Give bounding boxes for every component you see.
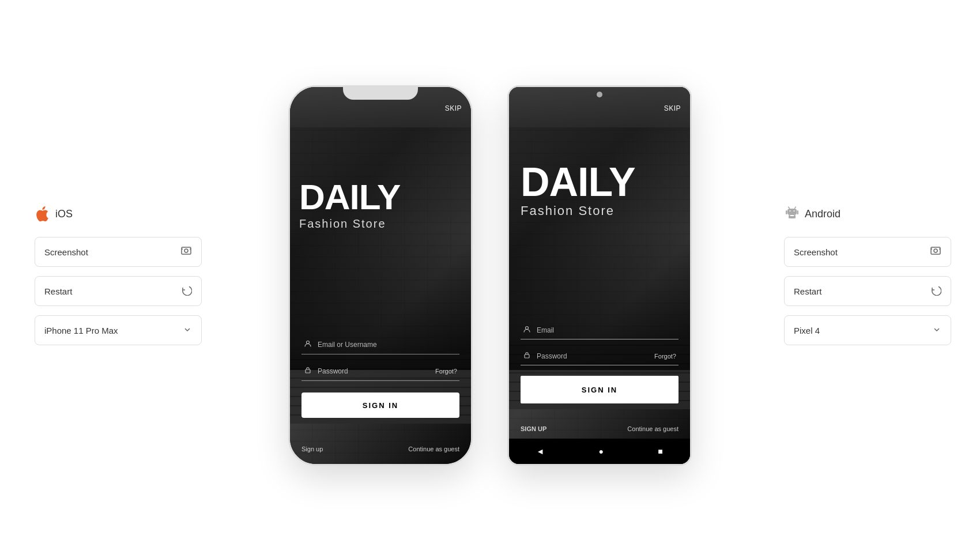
- android-back-button[interactable]: ◄: [536, 447, 544, 456]
- android-phone-mockup: SKIP DAILY Fashion Store Email: [507, 85, 692, 466]
- ios-device-label: iPhone 11 Pro Max: [44, 326, 118, 335]
- android-device-select[interactable]: Pixel 4: [784, 315, 951, 345]
- ios-platform-label: iOS: [35, 206, 73, 222]
- android-forgot-link[interactable]: Forgot?: [654, 353, 676, 360]
- svg-rect-7: [789, 215, 790, 218]
- svg-point-2: [307, 341, 310, 344]
- screenshot-icon: [180, 245, 192, 259]
- ios-guest-link[interactable]: Continue as guest: [408, 446, 459, 452]
- ios-bottom-links: Sign up Continue as guest: [290, 446, 471, 452]
- android-nav-bar: ◄ ● ■: [509, 439, 690, 464]
- svg-rect-6: [787, 209, 797, 215]
- svg-rect-3: [306, 369, 310, 373]
- svg-rect-0: [182, 247, 191, 254]
- android-app-title-main: DAILY: [521, 162, 635, 202]
- ios-screenshot-button[interactable]: Screenshot: [35, 237, 202, 267]
- ios-restart-button[interactable]: Restart: [35, 276, 202, 306]
- android-sign-up-link[interactable]: SIGN UP: [521, 425, 546, 432]
- apple-icon: [35, 206, 51, 222]
- android-screenshot-icon: [930, 245, 941, 259]
- ios-user-icon: [304, 339, 312, 349]
- android-app-title: DAILY Fashion Store: [521, 162, 635, 218]
- ios-app-title-sub: Fashion Store: [299, 217, 400, 231]
- android-os-icon: [784, 206, 800, 222]
- android-password-placeholder[interactable]: Password: [537, 352, 649, 360]
- android-chevron-down-icon: [932, 325, 941, 336]
- android-panel: Android Screenshot Restart Pix: [772, 194, 968, 357]
- ios-lock-icon: [304, 366, 312, 376]
- svg-rect-12: [786, 210, 787, 214]
- ios-app-title: DAILY Fashion Store: [299, 179, 400, 231]
- ios-login-form: Email or Username Password Forgot? SIGN …: [290, 335, 471, 418]
- ios-panel: iOS Screenshot Restart iPhone: [12, 194, 208, 357]
- android-screenshot-button[interactable]: Screenshot: [784, 237, 951, 267]
- android-email-field: Email: [521, 322, 679, 339]
- android-recents-button[interactable]: ■: [658, 447, 662, 456]
- svg-rect-8: [794, 215, 796, 218]
- android-sign-in-button[interactable]: SIGN IN: [521, 376, 679, 403]
- android-label: Android: [805, 208, 840, 220]
- android-guest-link[interactable]: Continue as guest: [627, 425, 679, 432]
- svg-rect-14: [931, 247, 940, 254]
- android-restart-icon: [930, 284, 941, 299]
- ios-label: iOS: [55, 208, 73, 220]
- ios-skip-button[interactable]: SKIP: [445, 104, 462, 112]
- ios-app-title-main: DAILY: [299, 179, 400, 215]
- android-skip-button[interactable]: SKIP: [664, 104, 681, 112]
- android-restart-label: Restart: [794, 286, 821, 296]
- android-lock-icon: [523, 351, 531, 361]
- svg-point-11: [794, 210, 795, 212]
- svg-rect-9: [790, 216, 794, 218]
- svg-rect-13: [797, 210, 799, 214]
- android-email-placeholder[interactable]: Email: [537, 326, 676, 334]
- svg-point-10: [790, 210, 791, 212]
- ios-phone-mockup: SKIP DAILY Fashion Store Email or Userna…: [288, 85, 473, 466]
- ios-screenshot-label: Screenshot: [44, 247, 88, 257]
- ios-sign-up-link[interactable]: Sign up: [301, 446, 323, 452]
- android-app-title-sub: Fashion Store: [521, 203, 635, 218]
- ios-email-field: Email or Username: [301, 335, 459, 354]
- svg-rect-5: [525, 354, 529, 358]
- ios-password-field: Password Forgot?: [301, 361, 459, 381]
- android-password-field: Password Forgot?: [521, 348, 679, 365]
- android-platform-label: Android: [784, 206, 840, 222]
- ios-restart-label: Restart: [44, 286, 72, 296]
- svg-point-4: [526, 327, 529, 330]
- ios-email-placeholder[interactable]: Email or Username: [318, 341, 457, 349]
- chevron-down-icon: [183, 325, 192, 336]
- main-container: iOS Screenshot Restart iPhone: [0, 0, 980, 551]
- svg-point-15: [934, 249, 937, 252]
- android-bottom-links: SIGN UP Continue as guest: [509, 425, 690, 432]
- svg-point-1: [184, 249, 188, 252]
- ios-password-placeholder[interactable]: Password: [318, 367, 429, 375]
- android-restart-button[interactable]: Restart: [784, 276, 951, 306]
- android-device-label: Pixel 4: [794, 326, 820, 335]
- android-home-button[interactable]: ●: [598, 447, 603, 456]
- ios-sign-in-button[interactable]: SIGN IN: [301, 393, 459, 418]
- android-user-icon: [523, 325, 531, 335]
- restart-icon: [180, 284, 192, 299]
- android-screenshot-label: Screenshot: [794, 247, 838, 257]
- ios-forgot-link[interactable]: Forgot?: [435, 368, 457, 375]
- android-login-form: Email Password Forgot? SIGN IN: [509, 322, 690, 403]
- ios-device-select[interactable]: iPhone 11 Pro Max: [35, 315, 202, 345]
